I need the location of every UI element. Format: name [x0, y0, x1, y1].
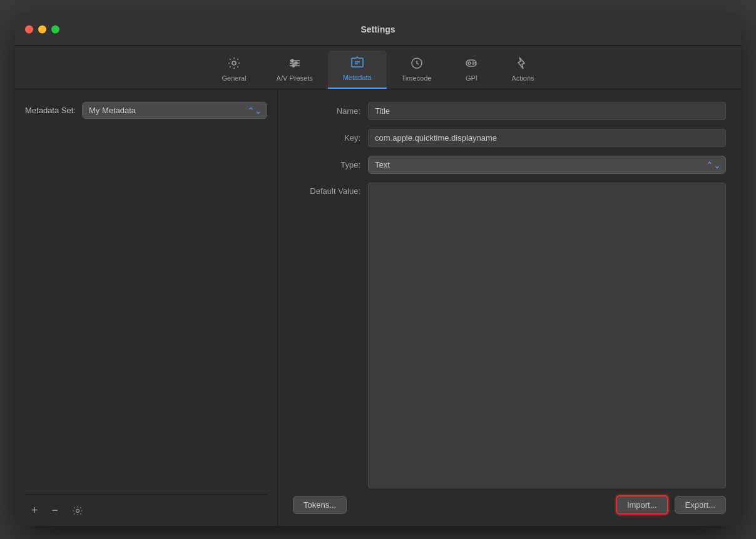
name-label: Name: — [293, 106, 368, 116]
metadata-set-row: Metadata Set: My Metadata ⌃⌄ — [25, 102, 267, 119]
svg-point-5 — [295, 62, 297, 64]
key-row: Key: — [293, 129, 726, 147]
type-select[interactable]: Text Integer Float Boolean — [368, 156, 726, 174]
av-presets-icon — [288, 56, 302, 72]
timecode-icon — [410, 56, 424, 72]
right-bottom-actions: Import... Export... — [616, 495, 726, 515]
right-bottom-bar: Tokens... Import... Export... — [293, 488, 726, 526]
tab-gpi[interactable]: GPI — [446, 51, 496, 88]
gpi-icon — [464, 56, 478, 72]
titlebar: Settings — [15, 13, 741, 46]
minimize-button[interactable] — [38, 25, 46, 33]
svg-point-12 — [76, 509, 79, 512]
tokens-button[interactable]: Tokens... — [293, 496, 347, 514]
tab-actions[interactable]: Actions — [496, 51, 549, 88]
svg-point-9 — [468, 62, 471, 64]
fields-container: Name: Key: Type: Text Integer Float Bool — [293, 102, 726, 488]
key-input[interactable] — [368, 129, 726, 147]
metadata-list-area — [25, 129, 267, 495]
tab-general[interactable]: General — [207, 51, 261, 88]
actions-icon — [516, 56, 529, 72]
export-button[interactable]: Export... — [675, 496, 726, 514]
tab-timecode[interactable]: Timecode — [387, 51, 447, 88]
default-value-label: Default Value: — [293, 183, 368, 196]
settings-button[interactable] — [68, 503, 87, 519]
metadata-icon — [350, 56, 364, 71]
tab-timecode-label: Timecode — [402, 74, 432, 82]
close-button[interactable] — [25, 25, 33, 33]
type-label: Type: — [293, 160, 368, 169]
default-value-textarea[interactable] — [368, 183, 726, 488]
toolbar: General A/V Presets — [15, 46, 741, 89]
name-row: Name: — [293, 102, 726, 120]
svg-point-4 — [291, 59, 294, 62]
import-button[interactable]: Import... — [616, 495, 668, 515]
add-button[interactable]: + — [28, 501, 42, 520]
zoom-button[interactable] — [51, 25, 59, 33]
right-panel: Name: Key: Type: Text Integer Float Bool — [278, 89, 741, 526]
default-value-row: Default Value: — [293, 183, 726, 488]
type-select-wrapper: Text Integer Float Boolean ⌃⌄ — [368, 156, 726, 174]
tab-gpi-label: GPI — [466, 74, 478, 82]
left-panel: Metadata Set: My Metadata ⌃⌄ + − — [15, 89, 278, 526]
traffic-lights — [25, 25, 59, 33]
tab-general-label: General — [222, 74, 246, 82]
tab-metadata[interactable]: Metadata — [328, 51, 387, 89]
tab-av-presets[interactable]: A/V Presets — [262, 51, 328, 88]
main-content: Metadata Set: My Metadata ⌃⌄ + − — [15, 89, 741, 526]
metadata-set-select-wrapper: My Metadata ⌃⌄ — [82, 102, 267, 119]
tab-av-presets-label: A/V Presets — [277, 74, 313, 82]
svg-point-0 — [232, 61, 236, 65]
remove-button[interactable]: − — [48, 501, 63, 520]
tab-metadata-label: Metadata — [343, 74, 372, 81]
window-title: Settings — [360, 24, 395, 34]
svg-point-6 — [292, 64, 295, 67]
metadata-set-label: Metadata Set: — [25, 106, 76, 115]
key-label: Key: — [293, 133, 368, 143]
name-input[interactable] — [368, 102, 726, 120]
metadata-set-select[interactable]: My Metadata — [82, 102, 267, 119]
type-row: Type: Text Integer Float Boolean ⌃⌄ — [293, 156, 726, 174]
general-icon — [227, 56, 241, 72]
tab-actions-label: Actions — [511, 74, 534, 82]
left-bottom-bar: + − — [25, 495, 267, 526]
settings-window: Settings General — [15, 13, 741, 526]
